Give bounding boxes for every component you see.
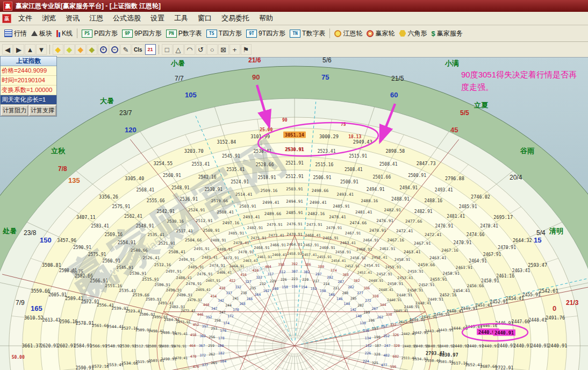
svg-text:2695.17: 2695.17: [493, 215, 513, 220]
dashed-box-tool-button[interactable]: ⊠: [218, 44, 229, 55]
svg-text:23/7: 23/7: [119, 109, 132, 117]
svg-text:2473.91: 2473.91: [176, 320, 190, 324]
svg-text:2467.16: 2467.16: [387, 238, 404, 243]
svg-text:2515.91: 2515.91: [142, 277, 159, 282]
zoom-in-button[interactable]: +: [98, 44, 109, 55]
arc-tool-button[interactable]: ◠: [184, 44, 195, 55]
svg-text:162: 162: [263, 289, 270, 293]
toolbar-button-江恩轮[interactable]: 江恩轮: [332, 28, 364, 39]
svg-text:262: 262: [209, 352, 215, 357]
svg-text:2490.41: 2490.41: [310, 200, 327, 205]
quote-info-panel: 上证指数 价格=2440.9099 时间=20190104 变换系数=1.000…: [0, 56, 57, 117]
svg-text:小满: 小满: [444, 59, 459, 67]
svg-text:2461.91: 2461.91: [456, 265, 473, 270]
menu-item-浏览[interactable]: 浏览: [37, 12, 61, 24]
pencil-button[interactable]: ✎: [120, 44, 131, 55]
toolbar-button-板块[interactable]: 板块: [29, 28, 54, 39]
svg-text:368: 368: [342, 273, 349, 277]
calc-support-button[interactable]: 计算支撑: [28, 105, 56, 116]
toolbar-label: 六角形: [407, 29, 427, 38]
svg-text:2499.41: 2499.41: [262, 200, 279, 205]
toolbar-label: 9P四方形: [134, 29, 162, 38]
diamond-orange-button[interactable]: ◆: [75, 44, 86, 55]
赢家服务-icon: $: [431, 30, 435, 38]
menu-item-江恩[interactable]: 江恩: [84, 12, 108, 24]
svg-text:2470.91: 2470.91: [286, 232, 303, 237]
menu-item-文件[interactable]: 文件: [13, 12, 37, 24]
svg-text:2494.91: 2494.91: [399, 186, 418, 190]
svg-text:2478.41: 2478.41: [233, 241, 249, 245]
svg-text:2490.91: 2490.91: [166, 288, 182, 293]
toolbar-button-赢家服务[interactable]: $赢家服务: [429, 28, 464, 39]
svg-text:2470.91: 2470.91: [369, 228, 386, 233]
svg-text:2465.91: 2465.91: [322, 236, 339, 240]
toolbar-button-P四方形[interactable]: PSP四方形: [80, 28, 120, 39]
calendar-21-button[interactable]: 21: [145, 44, 156, 55]
back-button[interactable]: ◀: [2, 44, 13, 55]
svg-text:176: 176: [220, 329, 226, 333]
svg-text:2464.91: 2464.91: [363, 238, 379, 243]
svg-text:2554.91: 2554.91: [118, 240, 136, 245]
rect-tool-button[interactable]: □: [162, 44, 173, 55]
menu-item-窗口[interactable]: 窗口: [193, 12, 217, 24]
svg-text:2519.66: 2519.66: [132, 293, 149, 297]
svg-text:2530.91: 2530.91: [285, 147, 304, 152]
filter-button[interactable]: ▼: [36, 44, 47, 55]
menu-item-工具[interactable]: 工具: [169, 12, 193, 24]
toolbar-label: 行情: [14, 29, 27, 38]
svg-text:50.00: 50.00: [12, 355, 25, 360]
svg-text:2524.91: 2524.91: [188, 208, 205, 212]
svg-text:2644.32: 2644.32: [513, 238, 532, 243]
svg-text:2464.91: 2464.91: [230, 264, 244, 268]
diamond-dark-button[interactable]: ◆: [87, 44, 97, 55]
svg-text:2445.41: 2445.41: [393, 309, 408, 313]
move-cross-tool-button[interactable]: +: [230, 44, 240, 55]
toolbar-button-K线[interactable]: K线: [54, 28, 75, 39]
svg-text:2526.41: 2526.41: [142, 255, 160, 260]
svg-text:23/8: 23/8: [24, 229, 37, 237]
svg-text:422: 422: [229, 279, 235, 283]
menu-item-交易委托[interactable]: 交易委托: [217, 12, 254, 24]
svg-text:2477.66: 2477.66: [405, 219, 422, 224]
svg-text:2722.91: 2722.91: [496, 366, 514, 370]
toolbar-button-9T四方形[interactable]: 9T9T四方形: [244, 28, 288, 39]
toolbar-button-9P四方形[interactable]: 9P9P四方形: [120, 28, 164, 39]
svg-text:2687.66: 2687.66: [480, 364, 497, 369]
forward-button[interactable]: ▶: [13, 44, 24, 55]
up-triangle-button[interactable]: ▲: [25, 44, 35, 55]
toolbar-button-T数字表[interactable]: TNT数字表: [288, 28, 327, 39]
svg-text:184: 184: [220, 359, 226, 364]
flag-tool-button[interactable]: ⚑: [241, 44, 252, 55]
svg-text:172: 172: [227, 314, 234, 318]
svg-text:374: 374: [331, 268, 337, 273]
svg-text:2553.41: 2553.41: [192, 162, 210, 167]
svg-text:3000.29: 3000.29: [319, 134, 339, 139]
svg-text:302: 302: [304, 270, 310, 274]
diamond-yellow-button[interactable]: ◆: [53, 44, 63, 55]
rotate-tool-button[interactable]: ↺: [196, 44, 206, 55]
menu-item-设置[interactable]: 设置: [146, 12, 169, 24]
clear-button[interactable]: Cls: [132, 44, 145, 55]
svg-text:2459.66: 2459.66: [418, 262, 435, 267]
svg-text:2596.16: 2596.16: [59, 319, 77, 324]
svg-text:大暑: 大暑: [100, 97, 114, 105]
calc-resistance-button[interactable]: 计算阻力: [1, 105, 28, 116]
circle-tool-button[interactable]: ○: [207, 44, 218, 55]
行情-icon: [4, 30, 12, 37]
svg-text:105: 105: [185, 91, 197, 99]
svg-text:2482.91: 2482.91: [414, 209, 433, 214]
toolbar-button-P数字表[interactable]: PNP数字表: [164, 28, 204, 39]
svg-text:2500.91: 2500.91: [155, 283, 171, 287]
menu-item-帮助[interactable]: 帮助: [254, 12, 278, 24]
toolbar-separator: [159, 45, 159, 54]
toolbar-button-行情[interactable]: 行情: [2, 28, 29, 39]
zoom-out-button[interactable]: −: [109, 44, 120, 55]
menu-item-资讯[interactable]: 资讯: [61, 12, 84, 24]
toolbar-button-赢家轮[interactable]: 赢家轮: [364, 28, 397, 39]
toolbar-button-六角形[interactable]: 六角形: [397, 28, 429, 39]
triangle-tool-button[interactable]: △: [173, 44, 184, 55]
menu-item-公式选股[interactable]: 公式选股: [108, 12, 146, 24]
diamond-olive-button[interactable]: ◆: [64, 44, 75, 55]
svg-text:446: 446: [197, 312, 204, 317]
toolbar-button-T四方形[interactable]: TST四方形: [204, 28, 244, 39]
